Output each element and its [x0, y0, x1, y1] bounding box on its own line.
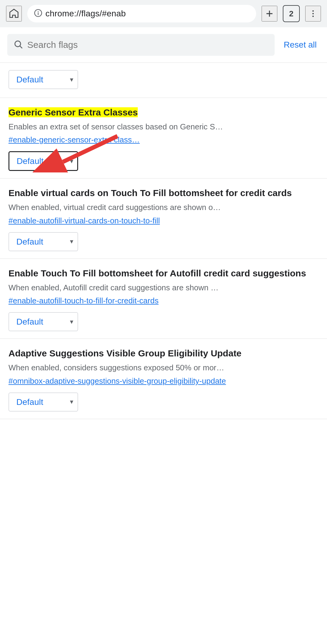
tab-count[interactable]: 2 [283, 5, 300, 22]
flag-dropdown-virtual-cards[interactable]: Default Enabled Disabled [8, 232, 78, 251]
flag-link-generic-sensor[interactable]: #enable-generic-sensor-extra-class… [8, 135, 319, 145]
home-button[interactable] [6, 6, 22, 22]
flag-desc-adaptive-suggestions: When enabled, considers suggestions expo… [8, 362, 319, 373]
reset-all-button[interactable]: Reset all [281, 40, 320, 50]
flag-section-top: Default Enabled Disabled ▾ [0, 63, 327, 98]
search-bar-row: Reset all [0, 27, 327, 63]
search-icon [13, 39, 23, 50]
flag-link-adaptive-suggestions[interactable]: #omnibox-adaptive-suggestions-visible-gr… [8, 376, 319, 386]
flag-title-generic-sensor: Generic Sensor Extra Classes [8, 106, 319, 118]
flag-desc-virtual-cards: When enabled, virtual credit card sugges… [8, 202, 319, 213]
flag-link-virtual-cards[interactable]: #enable-autofill-virtual-cards-on-touch-… [8, 216, 319, 225]
flag-section-touch-fill: Enable Touch To Fill bottomsheet for Aut… [0, 259, 327, 339]
flag-dropdown-generic-sensor[interactable]: Default Enabled Disabled [8, 151, 78, 171]
new-tab-button[interactable] [262, 6, 277, 22]
dropdown-wrap-virtual-cards: Default Enabled Disabled ▾ [8, 232, 78, 251]
address-bar[interactable]: chrome://flags/#enab [27, 5, 256, 22]
flag-title-touch-fill: Enable Touch To Fill bottomsheet for Aut… [8, 267, 319, 279]
dropdown-wrap-adaptive-suggestions: Default Enabled Disabled ▾ [8, 392, 78, 412]
flag-title-virtual-cards: Enable virtual cards on Touch To Fill bo… [8, 187, 319, 199]
svg-line-9 [20, 46, 22, 48]
search-input[interactable] [27, 40, 269, 50]
flag-desc-touch-fill: When enabled, Autofill credit card sugge… [8, 282, 319, 293]
flag-section-virtual-cards: Enable virtual cards on Touch To Fill bo… [0, 179, 327, 259]
flag-section-adaptive-suggestions: Adaptive Suggestions Visible Group Eligi… [0, 339, 327, 419]
dropdown-wrap-generic-sensor: Default Enabled Disabled ▾ [8, 151, 78, 171]
flag-dropdown-adaptive-suggestions[interactable]: Default Enabled Disabled [8, 392, 78, 412]
flag-desc-generic-sensor: Enables an extra set of sensor classes b… [8, 121, 319, 132]
svg-point-6 [312, 13, 314, 15]
svg-point-8 [15, 41, 21, 47]
arrow-region: Default Enabled Disabled ▾ [8, 151, 319, 171]
menu-button[interactable] [305, 6, 321, 22]
flags-list: Default Enabled Disabled ▾ Generic Senso… [0, 63, 327, 419]
flag-section-generic-sensor: Generic Sensor Extra Classes Enables an … [0, 98, 327, 179]
nav-bar: chrome://flags/#enab 2 [0, 0, 327, 27]
home-icon [8, 8, 19, 20]
flag-dropdown-top[interactable]: Default Enabled Disabled [8, 70, 78, 89]
search-input-wrap[interactable] [7, 34, 275, 56]
flag-title-highlight: Generic Sensor Extra Classes [8, 107, 138, 117]
flag-title-adaptive-suggestions: Adaptive Suggestions Visible Group Eligi… [8, 347, 319, 359]
flag-dropdown-touch-fill[interactable]: Default Enabled Disabled [8, 312, 78, 331]
flag-link-touch-fill[interactable]: #enable-autofill-touch-to-fill-for-credi… [8, 296, 319, 305]
svg-point-7 [312, 16, 314, 17]
info-icon [34, 9, 42, 18]
dropdown-wrap-touch-fill: Default Enabled Disabled ▾ [8, 312, 78, 331]
svg-point-5 [312, 10, 314, 12]
dropdown-wrap-top: Default Enabled Disabled ▾ [8, 70, 78, 89]
url-text: chrome://flags/#enab [45, 9, 126, 18]
